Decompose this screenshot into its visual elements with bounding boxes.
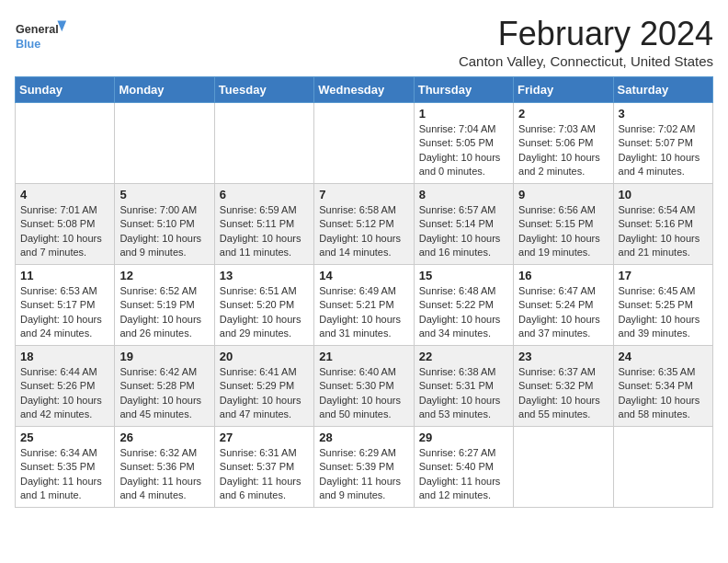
day-number: 5	[119, 188, 209, 201]
calendar-cell: 25Sunrise: 6:34 AM Sunset: 5:35 PM Dayli…	[16, 427, 115, 508]
day-number: 14	[319, 269, 408, 282]
cell-content: Sunrise: 6:42 AM Sunset: 5:28 PM Dayligh…	[119, 365, 209, 422]
calendar-cell	[314, 103, 414, 184]
cell-content: Sunrise: 6:34 AM Sunset: 5:35 PM Dayligh…	[20, 446, 109, 503]
day-number: 7	[319, 188, 408, 201]
cell-content: Sunrise: 6:54 AM Sunset: 5:16 PM Dayligh…	[619, 203, 708, 260]
calendar-week-row: 25Sunrise: 6:34 AM Sunset: 5:35 PM Dayli…	[16, 427, 713, 508]
cell-content: Sunrise: 6:31 AM Sunset: 5:37 PM Dayligh…	[220, 446, 309, 503]
calendar-week-row: 4Sunrise: 7:01 AM Sunset: 5:08 PM Daylig…	[16, 184, 713, 265]
cell-content: Sunrise: 6:51 AM Sunset: 5:20 PM Dayligh…	[220, 284, 309, 341]
cell-content: Sunrise: 6:52 AM Sunset: 5:19 PM Dayligh…	[119, 284, 209, 341]
svg-text:General: General	[16, 23, 59, 36]
calendar-cell: 22Sunrise: 6:38 AM Sunset: 5:31 PM Dayli…	[414, 346, 513, 427]
calendar-cell	[613, 427, 712, 508]
day-number: 29	[419, 431, 508, 444]
logo-icon: GeneralBlue	[15, 15, 70, 55]
svg-marker-2	[57, 21, 66, 32]
calendar-cell: 27Sunrise: 6:31 AM Sunset: 5:37 PM Dayli…	[214, 427, 313, 508]
cell-content: Sunrise: 6:37 AM Sunset: 5:32 PM Dayligh…	[518, 365, 608, 422]
calendar-cell: 28Sunrise: 6:29 AM Sunset: 5:39 PM Dayli…	[314, 427, 414, 508]
calendar-cell: 6Sunrise: 6:59 AM Sunset: 5:11 PM Daylig…	[214, 184, 313, 265]
cell-content: Sunrise: 6:57 AM Sunset: 5:14 PM Dayligh…	[419, 203, 508, 260]
calendar-cell: 11Sunrise: 6:53 AM Sunset: 5:17 PM Dayli…	[16, 265, 115, 346]
calendar-cell: 9Sunrise: 6:56 AM Sunset: 5:15 PM Daylig…	[514, 184, 613, 265]
calendar-cell: 18Sunrise: 6:44 AM Sunset: 5:26 PM Dayli…	[16, 346, 115, 427]
day-header-thursday: Thursday	[414, 77, 513, 103]
day-header-monday: Monday	[115, 77, 214, 103]
day-header-wednesday: Wednesday	[314, 77, 414, 103]
calendar-cell: 23Sunrise: 6:37 AM Sunset: 5:32 PM Dayli…	[514, 346, 613, 427]
calendar-cell: 20Sunrise: 6:41 AM Sunset: 5:29 PM Dayli…	[214, 346, 313, 427]
calendar-cell	[115, 103, 214, 184]
cell-content: Sunrise: 7:00 AM Sunset: 5:10 PM Dayligh…	[119, 203, 209, 260]
day-number: 9	[518, 188, 608, 201]
calendar-week-row: 1Sunrise: 7:04 AM Sunset: 5:05 PM Daylig…	[16, 103, 713, 184]
day-number: 16	[518, 269, 608, 282]
calendar-cell: 2Sunrise: 7:03 AM Sunset: 5:06 PM Daylig…	[514, 103, 613, 184]
calendar-cell: 1Sunrise: 7:04 AM Sunset: 5:05 PM Daylig…	[414, 103, 513, 184]
calendar-cell: 17Sunrise: 6:45 AM Sunset: 5:25 PM Dayli…	[613, 265, 712, 346]
day-number: 23	[518, 350, 608, 363]
day-number: 17	[619, 269, 708, 282]
calendar-cell: 7Sunrise: 6:58 AM Sunset: 5:12 PM Daylig…	[314, 184, 414, 265]
cell-content: Sunrise: 6:59 AM Sunset: 5:11 PM Dayligh…	[220, 203, 309, 260]
day-number: 28	[319, 431, 408, 444]
cell-content: Sunrise: 7:01 AM Sunset: 5:08 PM Dayligh…	[20, 203, 109, 260]
calendar-cell: 5Sunrise: 7:00 AM Sunset: 5:10 PM Daylig…	[115, 184, 214, 265]
day-number: 25	[20, 431, 109, 444]
calendar-cell: 8Sunrise: 6:57 AM Sunset: 5:14 PM Daylig…	[414, 184, 513, 265]
cell-content: Sunrise: 6:47 AM Sunset: 5:24 PM Dayligh…	[518, 284, 608, 341]
day-number: 8	[419, 188, 508, 201]
calendar-cell: 10Sunrise: 6:54 AM Sunset: 5:16 PM Dayli…	[613, 184, 712, 265]
day-header-sunday: Sunday	[16, 77, 115, 103]
cell-content: Sunrise: 6:56 AM Sunset: 5:15 PM Dayligh…	[518, 203, 608, 260]
svg-text:Blue: Blue	[16, 38, 40, 51]
calendar-cell: 26Sunrise: 6:32 AM Sunset: 5:36 PM Dayli…	[115, 427, 214, 508]
subtitle: Canton Valley, Connecticut, United State…	[459, 53, 713, 69]
day-number: 13	[220, 269, 309, 282]
title-area: February 2024 Canton Valley, Connecticut…	[459, 15, 713, 69]
calendar-cell: 19Sunrise: 6:42 AM Sunset: 5:28 PM Dayli…	[115, 346, 214, 427]
day-number: 3	[619, 107, 708, 121]
cell-content: Sunrise: 6:38 AM Sunset: 5:31 PM Dayligh…	[419, 365, 508, 422]
calendar-week-row: 11Sunrise: 6:53 AM Sunset: 5:17 PM Dayli…	[16, 265, 713, 346]
calendar-table: SundayMondayTuesdayWednesdayThursdayFrid…	[15, 76, 713, 508]
day-number: 4	[20, 188, 109, 201]
main-title: February 2024	[459, 15, 713, 53]
day-number: 12	[119, 269, 209, 282]
cell-content: Sunrise: 6:44 AM Sunset: 5:26 PM Dayligh…	[20, 365, 109, 422]
day-number: 24	[619, 350, 708, 363]
cell-content: Sunrise: 6:53 AM Sunset: 5:17 PM Dayligh…	[20, 284, 109, 341]
cell-content: Sunrise: 6:40 AM Sunset: 5:30 PM Dayligh…	[319, 365, 408, 422]
calendar-cell: 3Sunrise: 7:02 AM Sunset: 5:07 PM Daylig…	[613, 103, 712, 184]
day-header-tuesday: Tuesday	[214, 77, 313, 103]
day-number: 20	[220, 350, 309, 363]
day-number: 27	[220, 431, 309, 444]
cell-content: Sunrise: 6:35 AM Sunset: 5:34 PM Dayligh…	[619, 365, 708, 422]
day-number: 19	[119, 350, 209, 363]
calendar-week-row: 18Sunrise: 6:44 AM Sunset: 5:26 PM Dayli…	[16, 346, 713, 427]
calendar-cell: 12Sunrise: 6:52 AM Sunset: 5:19 PM Dayli…	[115, 265, 214, 346]
day-number: 18	[20, 350, 109, 363]
calendar-header-row: SundayMondayTuesdayWednesdayThursdayFrid…	[16, 77, 713, 103]
calendar-cell: 4Sunrise: 7:01 AM Sunset: 5:08 PM Daylig…	[16, 184, 115, 265]
cell-content: Sunrise: 6:32 AM Sunset: 5:36 PM Dayligh…	[119, 446, 209, 503]
day-number: 11	[20, 269, 109, 282]
calendar-cell: 16Sunrise: 6:47 AM Sunset: 5:24 PM Dayli…	[514, 265, 613, 346]
calendar-cell: 13Sunrise: 6:51 AM Sunset: 5:20 PM Dayli…	[214, 265, 313, 346]
calendar-cell: 14Sunrise: 6:49 AM Sunset: 5:21 PM Dayli…	[314, 265, 414, 346]
day-header-friday: Friday	[514, 77, 613, 103]
calendar-cell	[514, 427, 613, 508]
calendar-cell: 24Sunrise: 6:35 AM Sunset: 5:34 PM Dayli…	[613, 346, 712, 427]
cell-content: Sunrise: 6:41 AM Sunset: 5:29 PM Dayligh…	[220, 365, 309, 422]
cell-content: Sunrise: 7:03 AM Sunset: 5:06 PM Dayligh…	[518, 122, 608, 179]
cell-content: Sunrise: 6:48 AM Sunset: 5:22 PM Dayligh…	[419, 284, 508, 341]
cell-content: Sunrise: 6:29 AM Sunset: 5:39 PM Dayligh…	[319, 446, 408, 503]
cell-content: Sunrise: 7:02 AM Sunset: 5:07 PM Dayligh…	[619, 122, 708, 179]
day-number: 6	[220, 188, 309, 201]
cell-content: Sunrise: 6:27 AM Sunset: 5:40 PM Dayligh…	[419, 446, 508, 503]
page-header: GeneralBlue February 2024 Canton Valley,…	[15, 15, 713, 69]
day-number: 2	[518, 107, 608, 121]
cell-content: Sunrise: 6:45 AM Sunset: 5:25 PM Dayligh…	[619, 284, 708, 341]
